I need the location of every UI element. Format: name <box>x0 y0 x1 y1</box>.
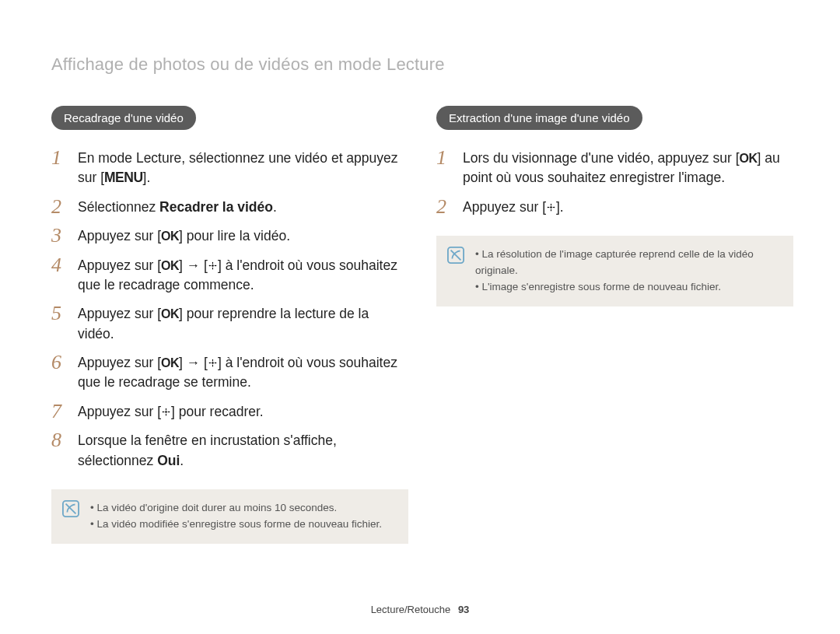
step-text: Appuyez sur [OK] → [] à l'endroit où vou… <box>78 352 408 393</box>
svg-point-1 <box>212 362 213 363</box>
step-number: 1 <box>436 147 458 168</box>
ok-icon: OK <box>161 307 179 321</box>
down-flower-icon <box>546 199 556 215</box>
step-text: Sélectionnez Recadrer la vidéo. <box>78 196 408 217</box>
step-item: 4Appuyez sur [OK] → [] à l'endroit où vo… <box>51 254 408 296</box>
down-flower-icon <box>161 404 171 419</box>
down-flower-icon <box>208 355 218 370</box>
step-item: 6Appuyez sur [OK] → [] à l'endroit où vo… <box>51 352 408 393</box>
step-number: 8 <box>51 429 73 450</box>
step-number: 2 <box>51 196 73 217</box>
ok-icon: OK <box>161 356 179 370</box>
footer-section: Lecture/Retouche <box>371 604 451 615</box>
step-text: Lors du visionnage d'une vidéo, appuyez … <box>463 147 793 188</box>
left-note-list: La vidéo d'origine doit durer au moins 1… <box>90 500 382 533</box>
step-item: 7Appuyez sur [] pour recadrer. <box>51 401 408 422</box>
svg-point-2 <box>165 411 166 412</box>
step-item: 2Appuyez sur []. <box>436 196 793 217</box>
left-column: Recadrage d'une vidéo 1En mode Lecture, … <box>51 106 408 544</box>
right-column: Extraction d'une image d'une vidéo 1Lors… <box>436 106 793 544</box>
step-item: 5Appuyez sur [OK] pour reprendre la lect… <box>51 303 408 344</box>
note-icon <box>62 500 79 517</box>
svg-point-0 <box>212 264 213 266</box>
note-item: L'image s'enregistre sous forme de nouve… <box>475 279 779 296</box>
step-text: Lorsque la fenêtre en incrustation s'aff… <box>78 429 408 471</box>
step-number: 6 <box>51 352 73 373</box>
step-number: 1 <box>51 147 73 168</box>
step-number: 3 <box>51 225 73 246</box>
right-note-list: La résolution de l'image capturée repren… <box>475 247 779 296</box>
svg-point-4 <box>550 206 551 208</box>
note-icon <box>447 247 464 264</box>
step-text: Appuyez sur [OK] → [] à l'endroit où vou… <box>78 254 408 296</box>
right-note-box: La résolution de l'image capturée repren… <box>436 236 793 306</box>
left-note-box: La vidéo d'origine doit durer au moins 1… <box>51 489 408 544</box>
note-item: La résolution de l'image capturée repren… <box>475 247 779 279</box>
pill-extraction: Extraction d'une image d'une vidéo <box>436 106 642 130</box>
step-number: 7 <box>51 401 73 422</box>
step-text: En mode Lecture, sélectionnez une vidéo … <box>78 147 408 188</box>
note-item: La vidéo d'origine doit durer au moins 1… <box>90 500 382 517</box>
step-text: Appuyez sur [OK] pour reprendre la lectu… <box>78 303 408 344</box>
footer-page-number: 93 <box>458 604 469 615</box>
right-steps-list: 1Lors du visionnage d'une vidéo, appuyez… <box>436 147 793 217</box>
step-item: 2Sélectionnez Recadrer la vidéo. <box>51 196 408 217</box>
page-title: Affichage de photos ou de vidéos en mode… <box>51 54 793 75</box>
step-text: Appuyez sur [OK] pour lire la vidéo. <box>78 225 408 246</box>
ok-icon: OK <box>740 152 758 165</box>
pill-recadrage: Recadrage d'une vidéo <box>51 106 196 130</box>
ok-icon: OK <box>161 259 179 272</box>
note-item: La vidéo modifiée s'enregistre sous form… <box>90 517 382 533</box>
step-number: 4 <box>51 254 73 275</box>
menu-icon: MENU <box>104 170 143 185</box>
step-item: 3Appuyez sur [OK] pour lire la vidéo. <box>51 225 408 246</box>
step-item: 1Lors du visionnage d'une vidéo, appuyez… <box>436 147 793 188</box>
step-item: 8Lorsque la fenêtre en incrustation s'af… <box>51 429 408 471</box>
step-text: Appuyez sur [] pour recadrer. <box>78 401 408 422</box>
step-text: Appuyez sur []. <box>463 196 793 217</box>
step-item: 1En mode Lecture, sélectionnez une vidéo… <box>51 147 408 188</box>
step-number: 2 <box>436 196 458 217</box>
footer: Lecture/Retouche 93 <box>0 604 840 615</box>
ok-icon: OK <box>161 229 179 243</box>
left-steps-list: 1En mode Lecture, sélectionnez une vidéo… <box>51 147 408 471</box>
down-flower-icon <box>208 257 218 273</box>
step-number: 5 <box>51 303 73 324</box>
